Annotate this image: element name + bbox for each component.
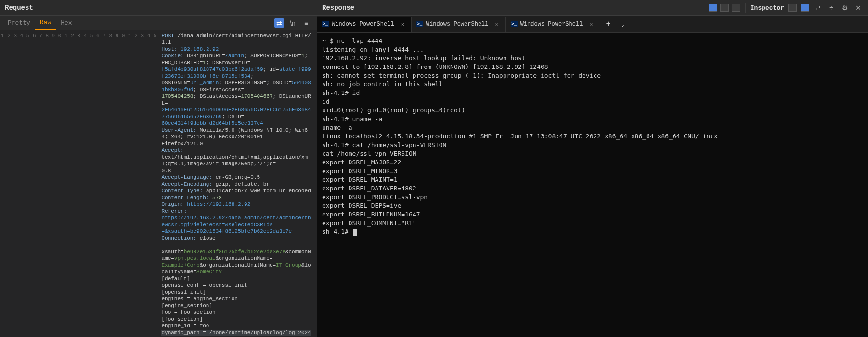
form-val: vpn.pcs.local <box>174 256 216 261</box>
close-icon[interactable]: ✕ <box>589 21 593 28</box>
cookie-val: 1 <box>203 60 206 66</box>
inspector-close-icon[interactable]: ✕ <box>854 3 863 13</box>
header-key: Cookie: <box>161 53 183 59</box>
view-mode-1-icon[interactable] <box>709 4 717 12</box>
powershell-icon: >_ <box>511 21 518 27</box>
close-icon[interactable]: ✕ <box>495 21 498 28</box>
response-header: Response Inspector ⇄ ÷ ⚙ ✕ <box>317 0 868 16</box>
cfg-line: [engine_section] <box>161 303 212 309</box>
cookie-key: ; DSBrowserID= <box>206 60 250 66</box>
terminal-output[interactable]: ~ $ nc -lvp 4444 listening on [any] 4444… <box>317 33 868 337</box>
newline-icon[interactable]: \n <box>288 18 298 28</box>
inspector-gear-icon[interactable]: ⚙ <box>840 3 850 13</box>
header-key: User-Agent: <box>161 127 196 133</box>
cookie-key: ; DSPERSISTMSG=; DSDID= <box>219 80 292 86</box>
form-key: &organizationName= <box>216 256 273 261</box>
cfg-line: engine_id = foo <box>161 323 209 329</box>
http-method: POST <box>161 33 174 39</box>
header-val: text/html,application/xhtml+xml,applicat… <box>161 154 308 174</box>
header-val: application/x-www-form-urlencoded <box>206 188 311 194</box>
view-mode-3-icon[interactable] <box>732 4 740 12</box>
header-key: Accept-Encoding: <box>161 181 212 187</box>
cfg-line-highlighted: dynamic_path = /home/runtime/uploadlog/l… <box>161 330 311 337</box>
cookie-val: url_admin <box>190 80 219 86</box>
inspector-label: Inspector <box>751 4 784 12</box>
inspector-section: Inspector ⇄ ÷ ⚙ ✕ <box>745 3 868 13</box>
header-val: close <box>200 235 216 241</box>
form-val: SomeCity <box>196 269 222 275</box>
terminal-tab-label: Windows PowerShell <box>332 21 394 27</box>
header-val: gzip, deflate, br <box>216 181 270 187</box>
form-val: IT+Group <box>276 262 301 268</box>
cookie-val: /admin <box>225 53 245 59</box>
main-container: Request Pretty Raw Hex ⇄ \n ≡ 1 2 3 4 5 … <box>0 0 868 337</box>
tab-dropdown-icon[interactable]: ⌄ <box>616 17 629 31</box>
header-key: Connection: <box>161 235 196 241</box>
request-tabs: Pretty Raw Hex ⇄ \n ≡ <box>0 16 317 30</box>
request-header: Request <box>0 0 317 16</box>
cfg-line: engines = engine_section <box>161 296 237 302</box>
request-actions: ⇄ \n ≡ <box>274 18 314 28</box>
form-key: &organizationalUnitName= <box>200 262 276 268</box>
terminal-tab-2[interactable]: >_ Windows PowerShell ✕ <box>412 17 506 32</box>
request-panel: Request Pretty Raw Hex ⇄ \n ≡ 1 2 3 4 5 … <box>0 0 317 337</box>
form-key: xsauth= <box>161 249 183 255</box>
cookie-key: DSSignInURL= <box>187 53 225 59</box>
request-title: Request <box>5 4 33 12</box>
header-val: 192.168.2.92 <box>181 46 219 52</box>
cookie-val: 60cc4314f9dcbbfd2d64bf5e5ce337e4 <box>161 121 263 126</box>
header-key: Referer: <box>161 208 187 214</box>
cookie-key: ; DSLastAccess= <box>193 94 241 99</box>
inspector-view-2-icon[interactable] <box>801 4 809 12</box>
powershell-icon: >_ <box>416 21 423 27</box>
tab-hex[interactable]: Hex <box>56 16 77 29</box>
cookie-key: ; DSID= <box>222 114 244 120</box>
header-val: https://192.168.2.92/dana-admin/cert/adm… <box>161 215 311 234</box>
cookie-val: f5afd4b930af818747c03bc6f2adaf59 <box>161 67 263 72</box>
close-icon[interactable]: ✕ <box>401 21 404 28</box>
header-val: en-GB,en;q=0.5 <box>216 175 260 180</box>
cfg-line: openssl_conf = openssl_init <box>161 283 247 288</box>
request-code[interactable]: POST /dana-admin/cert/admincertnewcsr.cg… <box>158 30 317 337</box>
view-mode-2-icon[interactable] <box>720 4 729 12</box>
terminal-tabs: >_ Windows PowerShell ✕ >_ Windows Power… <box>317 16 868 33</box>
cfg-line: [openssl_init] <box>161 289 206 295</box>
terminal-tab-label: Windows PowerShell <box>426 21 489 27</box>
header-key: Origin: <box>161 202 183 207</box>
terminal-tab-1[interactable]: >_ Windows PowerShell ✕ <box>317 17 412 32</box>
header-key: Content-Type: <box>161 188 203 194</box>
header-val: 578 <box>212 195 222 201</box>
header-key: Accept: <box>161 148 183 153</box>
cookie-val: 1 <box>301 53 305 59</box>
terminal-text: ~ $ nc -lvp 4444 listening on [any] 4444… <box>322 37 718 235</box>
cfg-line: [default] <box>161 276 190 282</box>
cookie-val: 1705404667 <box>241 94 273 99</box>
terminal-tab-label: Windows PowerShell <box>520 21 583 27</box>
cookie-key: ; id= <box>263 67 279 72</box>
form-val: Example+Corp <box>161 262 199 268</box>
cfg-line: foo = foo_section <box>161 310 215 315</box>
response-title: Response <box>317 0 709 15</box>
powershell-icon: >_ <box>322 21 329 27</box>
line-gutter: 1 2 3 4 5 6 7 8 9 0 1 2 3 4 5 6 7 8 9 0 … <box>0 30 158 337</box>
wrap-toggle-icon[interactable]: ⇄ <box>274 18 284 28</box>
http-path: /dana-admin/cert/admincertnewcsr.cgi <box>177 33 292 39</box>
header-key: Host: <box>161 46 177 52</box>
tab-pretty[interactable]: Pretty <box>3 16 35 29</box>
menu-icon[interactable]: ≡ <box>301 18 311 28</box>
cursor-icon <box>353 229 357 236</box>
cookie-key: ; SUPPORTCHROMEOS= <box>244 53 301 59</box>
inspector-divide-icon[interactable]: ÷ <box>827 3 836 13</box>
form-val: be902e1534f86125bfe7b62ce2da3e7e <box>184 249 285 255</box>
header-key: Content-Length: <box>161 195 209 201</box>
response-toolbar <box>709 4 745 12</box>
add-tab-button[interactable]: + <box>600 16 617 32</box>
header-key: Accept-Language: <box>161 175 212 180</box>
cfg-line: [foo_section] <box>161 316 203 322</box>
inspector-settings-icon[interactable]: ⇄ <box>813 3 823 13</box>
request-body: 1 2 3 4 5 6 7 8 9 0 1 2 3 4 5 6 7 8 9 0 … <box>0 30 317 337</box>
inspector-view-1-icon[interactable] <box>788 4 797 12</box>
tab-raw[interactable]: Raw <box>35 16 56 30</box>
terminal-tab-3[interactable]: >_ Windows PowerShell ✕ <box>506 17 600 32</box>
response-panel: Response Inspector ⇄ ÷ ⚙ ✕ >_ Windows Po… <box>317 0 868 337</box>
